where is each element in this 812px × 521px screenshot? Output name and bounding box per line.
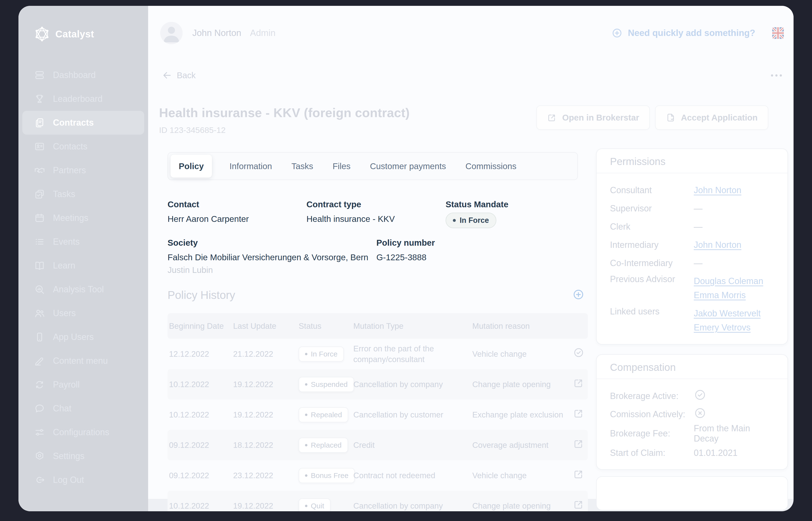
table-row[interactable]: 09.12.2022 23.12.2022 Bonus Free Contrac… [168,460,588,491]
accept-application-label: Accept Application [681,113,758,122]
compensation-label: Comission Actively: [610,409,694,420]
external-link-icon[interactable] [573,377,588,391]
tasks-icon [34,188,45,200]
sidebar-item-settings[interactable]: Settings [22,444,144,468]
sidebar-item-label: Users [53,308,76,318]
sidebar-item-dashboard[interactable]: Dashboard [22,63,144,87]
sidebar-item-contracts[interactable]: Contracts [22,111,144,135]
user-link[interactable]: John Norton [694,238,741,252]
table-row[interactable]: 10.12.2022 19.12.2022 Suspended Cancella… [168,369,588,400]
sidebar-item-label: App Users [53,332,94,342]
policy-details: Contact Herr Aaron Carpenter Contract ty… [168,200,588,275]
sidebar-item-label: Events [53,237,80,247]
status-pill: Suspended [299,377,354,392]
tab-policy[interactable]: Policy [170,155,212,178]
sidebar-item-label: Dashboard [53,70,96,80]
sidebar-item-tasks[interactable]: Tasks [22,182,144,206]
calendar-icon [34,212,45,224]
sidebar-item-leaderboard[interactable]: Leaderboard [22,87,144,111]
permission-row: Consultant John Norton [610,181,774,199]
more-options-icon[interactable] [771,74,782,76]
sidebar-item-chat[interactable]: Chat [22,397,144,421]
cell-beginning-date: 10.12.2022 [168,501,233,511]
permission-row: Linked users Jakob Westervelt Emery Vetr… [610,304,774,337]
page-title: Health insuranse - KKV (foreign contract… [159,106,410,120]
book-icon [34,260,45,271]
add-history-button[interactable] [572,289,584,301]
back-button[interactable]: Back [162,70,196,80]
status-badge-label: In Force [460,216,489,225]
list-icon [34,236,45,247]
sidebar-item-label: Learn [53,260,75,271]
user-link[interactable]: Emery Vetrovs [694,320,761,335]
user-link[interactable]: John Norton [694,183,741,197]
sidebar-item-learn[interactable]: Learn [22,254,144,277]
permission-label: Previous Advisor [610,274,694,284]
cell-last-update: 21.12.2022 [233,349,299,359]
app-name: Catalyst [55,29,94,40]
sidebar-item-analysis-tool[interactable]: Analysis Tool [22,277,144,301]
language-flag-icon[interactable] [772,27,784,39]
sidebar-item-label: Contacts [53,141,88,152]
cell-mutation-type: Cancellation by company [353,379,472,390]
sliders-icon [34,427,45,438]
open-brokerstar-button[interactable]: Open in Brokerstar [536,106,650,130]
permission-row: Previous Advisor Douglas Coleman Emma Mo… [610,272,774,304]
sidebar-item-meetings[interactable]: Meetings [22,206,144,230]
tab-commissions[interactable]: Commissions [463,161,519,171]
tab-tasks[interactable]: Tasks [289,161,315,171]
compensation-label: Brokerage Active: [610,391,694,401]
cell-beginning-date: 09.12.2022 [168,470,233,481]
sidebar-item-log-out[interactable]: Log Out [22,468,144,492]
sidebar-item-contacts[interactable]: Contacts [22,135,144,158]
table-row[interactable]: 12.12.2022 21.12.2022 In Force Error on … [168,339,588,369]
user-link[interactable]: Jakob Westervelt [694,307,761,320]
permission-row: Supervisor — [610,199,774,218]
field-value: Herr Aaron Carpenter [168,214,306,224]
external-link-icon[interactable] [573,499,588,511]
status-pill: Bonus Free [299,468,355,483]
accept-application-button[interactable]: Accept Application [655,106,768,130]
status-pill: Quit [299,498,331,512]
avatar[interactable] [160,22,183,44]
section-title: Policy History [168,289,235,301]
sidebar-item-configurations[interactable]: Configurations [22,421,144,444]
permissions-panel: Permissions Consultant John Norton Super… [596,149,788,345]
user-link[interactable]: Douglas Coleman [694,274,763,288]
tab-customer-payments[interactable]: Customer payments [368,161,448,171]
sidebar-item-users[interactable]: Users [22,301,144,325]
permission-label: Linked users [610,307,694,317]
sidebar-item-partners[interactable]: Partners [22,158,144,182]
plus-circle-icon [612,27,623,39]
contract-id: ID 123-345685-12 [159,126,410,135]
cell-mutation-reason: Change plate opening [472,501,573,511]
external-link-icon[interactable] [573,469,588,482]
cell-last-update: 18.12.2022 [233,440,299,451]
field-label: Contact [168,200,306,209]
tab-files[interactable]: Files [331,161,353,171]
table-row[interactable]: 10.12.2022 19.12.2022 Quit Cancellation … [168,491,588,511]
field-contract-type: Contract type Health insurance - KKV [306,200,446,228]
quick-add-button[interactable]: Need quickly add something? [612,27,755,39]
toolbar: Back [148,68,793,83]
sidebar-item-app-users[interactable]: App Users [22,325,144,349]
gear-icon [34,451,45,462]
sidebar-item-payroll[interactable]: Payroll [22,373,144,397]
permission-label: Consultant [610,185,694,196]
permission-row: Intermediary John Norton [610,236,774,254]
permission-row: Clerk — [610,218,774,236]
user-link[interactable]: Emma Morris [694,288,763,302]
external-link-icon[interactable] [573,408,588,422]
table-row[interactable]: 10.12.2022 19.12.2022 Repealed Cancellat… [168,400,588,430]
sidebar-item-events[interactable]: Events [22,230,144,254]
sidebar-item-content-menu[interactable]: Content menu [22,349,144,373]
table-row[interactable]: 09.12.2022 18.12.2022 Replaced Credit Co… [168,430,588,460]
sidebar-item-label: Tasks [53,189,75,199]
status-badge: In Force [446,212,496,228]
external-link-icon[interactable] [573,438,588,452]
sidebar-item-label: Partners [53,165,86,176]
field-value: Health insurance - KKV [306,214,446,224]
check-circle-icon[interactable] [573,347,588,361]
tab-information[interactable]: Information [228,161,274,171]
cell-mutation-reason: Change plate opening [472,379,573,390]
